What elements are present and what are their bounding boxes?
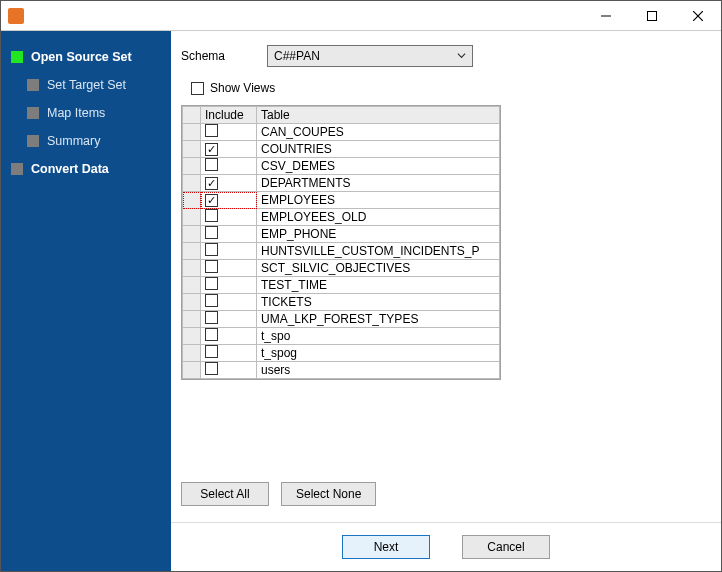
table-row[interactable]: EMPLOYEES <box>183 192 500 209</box>
include-checkbox[interactable] <box>205 260 218 273</box>
include-checkbox[interactable] <box>205 311 218 324</box>
table-row[interactable]: HUNTSVILLE_CUSTOM_INCIDENTS_P <box>183 243 500 260</box>
show-views-checkbox[interactable] <box>191 82 204 95</box>
app-icon <box>8 8 24 24</box>
svg-rect-1 <box>648 11 657 20</box>
table-row[interactable]: TEST_TIME <box>183 277 500 294</box>
include-checkbox[interactable] <box>205 124 218 137</box>
include-cell[interactable] <box>201 209 257 226</box>
table-row[interactable]: CSV_DEMES <box>183 158 500 175</box>
include-checkbox[interactable] <box>205 277 218 290</box>
include-cell[interactable] <box>201 260 257 277</box>
row-selector[interactable] <box>183 260 201 277</box>
maximize-button[interactable] <box>629 1 675 31</box>
include-cell[interactable] <box>201 362 257 379</box>
row-selector[interactable] <box>183 158 201 175</box>
include-cell[interactable] <box>201 192 257 209</box>
cancel-button[interactable]: Cancel <box>462 535 550 559</box>
include-cell[interactable] <box>201 158 257 175</box>
table-row[interactable]: CAN_COUPES <box>183 124 500 141</box>
grid-corner <box>183 107 201 124</box>
row-selector[interactable] <box>183 124 201 141</box>
minimize-button[interactable] <box>583 1 629 31</box>
table-name-cell: COUNTRIES <box>257 141 500 158</box>
table-row[interactable]: SCT_SILVIC_OBJECTIVES <box>183 260 500 277</box>
schema-select[interactable]: C##PAN <box>267 45 473 67</box>
include-checkbox[interactable] <box>205 143 218 156</box>
row-selector[interactable] <box>183 362 201 379</box>
tables-grid[interactable]: Include Table CAN_COUPESCOUNTRIESCSV_DEM… <box>181 105 501 380</box>
include-cell[interactable] <box>201 226 257 243</box>
sidebar-item-summary[interactable]: Summary <box>9 127 163 155</box>
sidebar-item-label: Open Source Set <box>31 50 132 64</box>
select-none-button[interactable]: Select None <box>281 482 376 506</box>
include-cell[interactable] <box>201 328 257 345</box>
table-name-cell: EMPLOYEES_OLD <box>257 209 500 226</box>
grid-header-table[interactable]: Table <box>257 107 500 124</box>
chevron-down-icon <box>457 49 466 63</box>
include-checkbox[interactable] <box>205 243 218 256</box>
table-row[interactable]: t_spog <box>183 345 500 362</box>
include-checkbox[interactable] <box>205 226 218 239</box>
table-row[interactable]: users <box>183 362 500 379</box>
row-selector[interactable] <box>183 243 201 260</box>
include-cell[interactable] <box>201 345 257 362</box>
include-checkbox[interactable] <box>205 362 218 375</box>
table-row[interactable]: UMA_LKP_FOREST_TYPES <box>183 311 500 328</box>
table-name-cell: TEST_TIME <box>257 277 500 294</box>
include-checkbox[interactable] <box>205 345 218 358</box>
table-name-cell: users <box>257 362 500 379</box>
include-cell[interactable] <box>201 141 257 158</box>
include-checkbox[interactable] <box>205 177 218 190</box>
table-row[interactable]: t_spo <box>183 328 500 345</box>
row-selector[interactable] <box>183 175 201 192</box>
table-name-cell: HUNTSVILLE_CUSTOM_INCIDENTS_P <box>257 243 500 260</box>
row-selector[interactable] <box>183 328 201 345</box>
select-all-button[interactable]: Select All <box>181 482 269 506</box>
close-button[interactable] <box>675 1 721 31</box>
table-row[interactable]: EMP_PHONE <box>183 226 500 243</box>
table-row[interactable]: COUNTRIES <box>183 141 500 158</box>
include-cell[interactable] <box>201 124 257 141</box>
row-selector[interactable] <box>183 345 201 362</box>
table-name-cell: TICKETS <box>257 294 500 311</box>
table-name-cell: UMA_LKP_FOREST_TYPES <box>257 311 500 328</box>
row-selector[interactable] <box>183 209 201 226</box>
titlebar <box>1 1 721 31</box>
grid-header-include[interactable]: Include <box>201 107 257 124</box>
include-cell[interactable] <box>201 243 257 260</box>
sidebar-item-set-target-set[interactable]: Set Target Set <box>9 71 163 99</box>
schema-label: Schema <box>181 49 267 63</box>
sidebar-item-map-items[interactable]: Map Items <box>9 99 163 127</box>
show-views-label: Show Views <box>210 81 275 95</box>
include-checkbox[interactable] <box>205 328 218 341</box>
sidebar-item-label: Summary <box>47 134 100 148</box>
row-selector[interactable] <box>183 294 201 311</box>
include-cell[interactable] <box>201 311 257 328</box>
table-name-cell: DEPARTMENTS <box>257 175 500 192</box>
step-indicator-icon <box>11 51 23 63</box>
row-selector[interactable] <box>183 311 201 328</box>
sidebar-item-convert-data[interactable]: Convert Data <box>9 155 163 183</box>
sidebar-item-label: Map Items <box>47 106 105 120</box>
row-selector[interactable] <box>183 226 201 243</box>
row-selector[interactable] <box>183 141 201 158</box>
include-checkbox[interactable] <box>205 158 218 171</box>
step-indicator-icon <box>11 163 23 175</box>
include-cell[interactable] <box>201 294 257 311</box>
table-name-cell: EMPLOYEES <box>257 192 500 209</box>
table-name-cell: EMP_PHONE <box>257 226 500 243</box>
include-checkbox[interactable] <box>205 194 218 207</box>
table-name-cell: t_spo <box>257 328 500 345</box>
table-row[interactable]: EMPLOYEES_OLD <box>183 209 500 226</box>
table-row[interactable]: TICKETS <box>183 294 500 311</box>
table-row[interactable]: DEPARTMENTS <box>183 175 500 192</box>
include-checkbox[interactable] <box>205 294 218 307</box>
include-cell[interactable] <box>201 277 257 294</box>
row-selector[interactable] <box>183 277 201 294</box>
next-button[interactable]: Next <box>342 535 430 559</box>
include-checkbox[interactable] <box>205 209 218 222</box>
include-cell[interactable] <box>201 175 257 192</box>
sidebar-item-open-source-set[interactable]: Open Source Set <box>9 43 163 71</box>
row-selector[interactable] <box>183 192 201 209</box>
